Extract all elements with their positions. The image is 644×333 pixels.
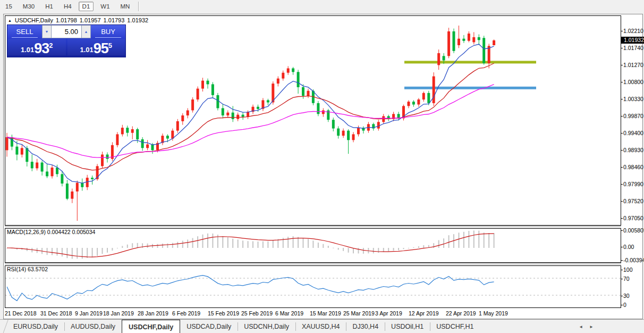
sell-price-prefix: 1.01	[21, 46, 34, 54]
tab-usdcnh-daily[interactable]: USDCNH,Daily	[238, 320, 295, 333]
timeframe-m15-button[interactable]: 15	[2, 2, 16, 11]
mt4-window: 15 M30 H1 H4 D1 W1 MN ▲ USDCHF,Daily 1.0…	[0, 0, 644, 333]
date-axis-label: 1 May 2019	[479, 310, 508, 317]
date-axis-label: 15 Feb 2019	[208, 310, 239, 317]
sell-price-sup: 2	[49, 41, 53, 49]
price-tick-label: 0.99870	[623, 113, 643, 119]
price-tick-label: 1.02210	[623, 28, 643, 34]
date-axis-label: 12 Apr 2019	[409, 310, 439, 317]
volume-decrease-button[interactable]: ▼	[42, 25, 52, 38]
ohlc-open: 1.01798	[56, 17, 77, 23]
date-axis-label: 22 Apr 2019	[446, 310, 476, 317]
tab-usdoil-h1[interactable]: USDOil,H1	[385, 320, 430, 333]
timeframe-d1-button[interactable]: D1	[79, 2, 94, 11]
current-price-label: 1.01932	[621, 37, 644, 44]
tab-usdchf-h1[interactable]: USDCHF,H1	[430, 320, 480, 333]
timeframe-h4-button[interactable]: H4	[60, 2, 75, 11]
date-axis-label: 21 Dec 2018	[5, 310, 37, 317]
price-tick-label: 1.01270	[623, 62, 643, 68]
price-tick-label: 0.97990	[623, 181, 643, 187]
tab-usdcad-daily[interactable]: USDCAD,Daily	[180, 320, 238, 333]
buy-button[interactable]: BUY	[91, 25, 125, 38]
date-axis-label: 6 Feb 2019	[172, 310, 200, 317]
volume-input[interactable]: 5.00	[52, 25, 81, 38]
date-axis-label: 6 Mar 2019	[275, 310, 303, 317]
price-tick-label: 0.97520	[623, 198, 643, 204]
buy-price-prefix: 1.01	[80, 46, 93, 54]
chart-tabbar: EURUSD,Daily AUDUSD,Daily USDCHF,Daily U…	[0, 319, 644, 333]
tabs-scroll-left-icon[interactable]: ◄	[579, 324, 583, 329]
price-tick-label: 1.00800	[623, 79, 643, 85]
price-tick-label: 0.97050	[623, 215, 643, 221]
date-axis-label: 15 Mar 2019	[310, 310, 341, 317]
rsi-label: RSI(14) 63.5702	[7, 266, 48, 272]
tabs-scroll-right-icon[interactable]: ►	[589, 324, 594, 329]
symbol-info-line: ▲ USDCHF,Daily 1.01798 1.01957 1.01793 1…	[8, 17, 148, 23]
macd-tick-label: -0.003945	[623, 257, 644, 263]
tab-usdchf-daily[interactable]: USDCHF,Daily	[122, 320, 180, 333]
tab-eurusd-daily[interactable]: EURUSD,Daily	[7, 320, 64, 333]
ohlc-low: 1.01793	[104, 17, 125, 23]
ohlc-high: 1.01957	[80, 17, 101, 23]
price-tick-label: 1.00330	[623, 96, 643, 102]
volume-increase-button[interactable]: ▲	[81, 25, 91, 38]
price-tick-label: 0.99400	[623, 130, 643, 136]
buy-price-big: 95	[94, 41, 108, 55]
price-tick-label: 0.98930	[623, 147, 643, 153]
macd-indicator-pane[interactable]	[5, 228, 621, 263]
toolbar-separator	[138, 2, 139, 11]
sell-price-big: 93	[34, 41, 49, 55]
timeframe-toolbar: 15 M30 H1 H4 D1 W1 MN	[0, 0, 644, 13]
one-click-trading-panel: SELL ▼ 5.00 ▲ BUY 1.01932 1.01955	[7, 24, 126, 57]
sell-price-display[interactable]: 1.01932	[8, 39, 66, 55]
timeframe-h1-button[interactable]: H1	[41, 2, 57, 11]
tab-audusd-daily[interactable]: AUDUSD,Daily	[64, 320, 122, 333]
rsi-tick-label: 30	[623, 293, 630, 299]
date-axis-label: 28 Jan 2019	[138, 310, 168, 317]
tab-xauusd-h4[interactable]: XAUUSD,H4	[295, 320, 346, 333]
price-tick-label: 1.01740	[623, 45, 643, 51]
ohlc-close: 1.01932	[127, 17, 148, 23]
symbol-title: USDCHF,Daily	[15, 17, 53, 23]
timeframe-m30-button[interactable]: M30	[19, 2, 38, 11]
rsi-tick-label: 100	[623, 267, 633, 273]
chart-window: ▲ USDCHF,Daily 1.01798 1.01957 1.01793 1…	[3, 14, 643, 319]
date-axis-label: 25 Feb 2019	[241, 310, 273, 317]
date-axis-label: 18 Jan 2019	[103, 310, 134, 317]
price-tick-label: 0.98460	[623, 164, 643, 170]
macd-tick-label: 0.00	[623, 244, 634, 250]
macd-label: MACD(12,26,9) 0.004422 0.005034	[7, 229, 95, 235]
date-axis-label: 31 Dec 2018	[40, 310, 72, 317]
collapse-triangle-icon[interactable]: ▲	[8, 19, 12, 22]
date-axis-label: 25 Mar 2019	[343, 310, 375, 317]
sell-button[interactable]: SELL	[7, 25, 42, 38]
timeframe-w1-button[interactable]: W1	[97, 2, 113, 11]
date-axis-label: 9 Jan 2019	[75, 310, 103, 317]
macd-tick-label: 0.005805	[623, 227, 644, 234]
date-axis-label: 3 Apr 2019	[375, 310, 402, 317]
rsi-tick-label: 70	[623, 276, 630, 282]
rsi-indicator-pane[interactable]	[5, 265, 621, 308]
rsi-tick-label: 0	[623, 302, 626, 308]
timeframe-mn-button[interactable]: MN	[117, 2, 134, 11]
tab-scroll-nav: ◄ ►	[579, 320, 594, 333]
buy-price-sup: 5	[108, 41, 112, 49]
tab-dj30-h4[interactable]: DJ30,H4	[346, 320, 385, 333]
buy-price-display[interactable]: 1.01955	[67, 39, 125, 55]
